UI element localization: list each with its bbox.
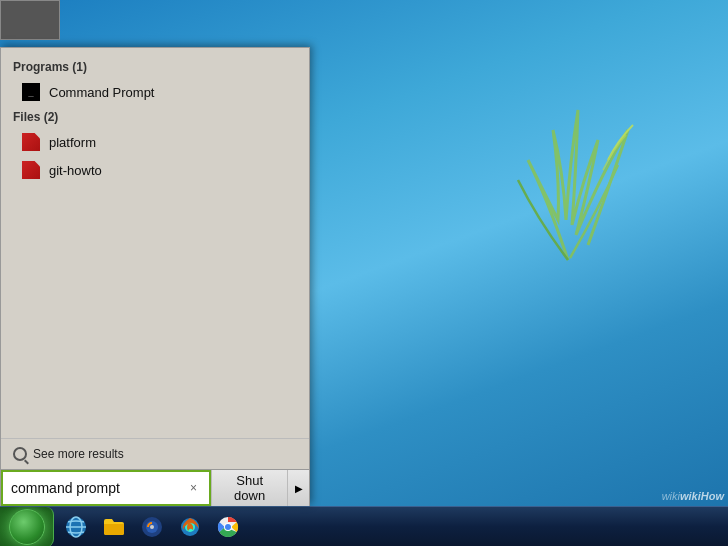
thumbnail-preview [0, 0, 60, 40]
see-more-label: See more results [33, 447, 124, 461]
shutdown-arrow-button[interactable]: ▶ [287, 470, 309, 506]
search-input-wrapper[interactable]: × [1, 470, 211, 506]
wikihow-label: wikiHow [680, 490, 724, 502]
see-more-results[interactable]: See more results [1, 438, 309, 469]
search-results-panel: Programs (1) Command Prompt Files (2) pl… [1, 48, 309, 438]
search-input[interactable] [11, 480, 186, 496]
shutdown-section: Shut down ▶ [211, 470, 309, 506]
git-howto-label: git-howto [49, 163, 102, 178]
plant-decoration [488, 80, 648, 280]
wikihow-badge: wikiwikiHow [662, 490, 724, 502]
command-prompt-result[interactable]: Command Prompt [1, 78, 309, 106]
platform-label: platform [49, 135, 96, 150]
cmd-icon [21, 82, 41, 102]
shutdown-button[interactable]: Shut down [212, 470, 287, 506]
start-button[interactable] [0, 507, 54, 547]
git-howto-result[interactable]: git-howto [1, 156, 309, 184]
search-bar: × Shut down ▶ [1, 469, 309, 506]
search-clear-button[interactable]: × [186, 479, 201, 497]
platform-result[interactable]: platform [1, 128, 309, 156]
platform-file-icon [21, 132, 41, 152]
internet-explorer-icon[interactable] [58, 509, 94, 545]
taskbar [0, 506, 728, 546]
start-menu: Programs (1) Command Prompt Files (2) pl… [0, 47, 310, 506]
command-prompt-label: Command Prompt [49, 85, 154, 100]
chrome-icon[interactable] [210, 509, 246, 545]
media-player-icon[interactable] [134, 509, 170, 545]
git-howto-file-icon [21, 160, 41, 180]
taskbar-icons [54, 509, 728, 545]
folder-icon[interactable] [96, 509, 132, 545]
files-section-header: Files (2) [1, 106, 309, 128]
wiki-prefix: wiki [662, 490, 680, 502]
firefox-icon[interactable] [172, 509, 208, 545]
programs-section-header: Programs (1) [1, 56, 309, 78]
start-orb [9, 509, 45, 545]
magnifier-icon [13, 447, 27, 461]
svg-point-5 [150, 525, 154, 529]
svg-point-10 [225, 524, 231, 530]
